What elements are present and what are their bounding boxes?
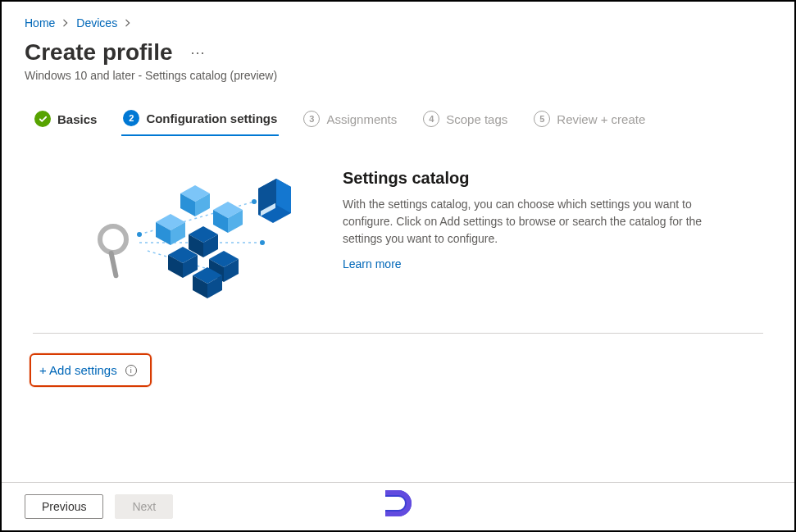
previous-button[interactable]: Previous — [25, 494, 103, 519]
check-icon — [34, 111, 51, 127]
step-number-icon: 4 — [423, 111, 439, 127]
tab-configuration-settings[interactable]: 2 Configuration settings — [121, 105, 279, 136]
next-button: Next — [115, 494, 173, 519]
chevron-right-icon — [124, 19, 132, 27]
info-icon[interactable]: i — [125, 365, 137, 376]
tab-assignments[interactable]: 3 Assignments — [302, 106, 398, 135]
more-actions-button[interactable]: ··· — [186, 42, 211, 63]
tab-label: Assignments — [326, 112, 397, 126]
tab-basics[interactable]: Basics — [33, 106, 98, 135]
tab-label: Configuration settings — [146, 111, 277, 125]
tab-label: Review + create — [557, 112, 645, 126]
svg-point-28 — [252, 199, 257, 204]
learn-more-link[interactable]: Learn more — [343, 257, 402, 271]
tab-scope-tags[interactable]: 4 Scope tags — [421, 106, 509, 135]
wizard-steps: Basics 2 Configuration settings 3 Assign… — [25, 105, 771, 136]
svg-point-0 — [100, 226, 126, 252]
step-number-icon: 5 — [534, 111, 550, 127]
add-settings-highlight: + Add settings i — [30, 353, 152, 387]
step-number-icon: 2 — [123, 110, 139, 126]
svg-point-29 — [260, 240, 265, 245]
tab-label: Scope tags — [446, 112, 507, 126]
svg-point-27 — [137, 232, 142, 237]
breadcrumb-home[interactable]: Home — [25, 16, 55, 30]
add-settings-button[interactable]: + Add settings — [39, 363, 117, 377]
breadcrumb-devices[interactable]: Devices — [76, 16, 117, 30]
divider — [33, 333, 763, 334]
watermark-logo — [379, 484, 418, 525]
tab-label: Basics — [57, 112, 97, 126]
catalog-heading: Settings catalog — [343, 169, 720, 188]
tab-review-create[interactable]: 5 Review + create — [532, 106, 647, 135]
settings-catalog-illustration — [90, 169, 303, 300]
page-title: Create profile — [25, 39, 173, 66]
step-number-icon: 3 — [303, 111, 320, 127]
catalog-description: With the settings catalog, you can choos… — [343, 196, 720, 248]
svg-rect-1 — [108, 250, 119, 279]
chevron-right-icon — [61, 19, 70, 27]
add-settings-label: + Add settings — [39, 363, 117, 377]
page-subtitle: Windows 10 and later - Settings catalog … — [25, 69, 771, 82]
breadcrumb: Home Devices — [25, 16, 771, 30]
